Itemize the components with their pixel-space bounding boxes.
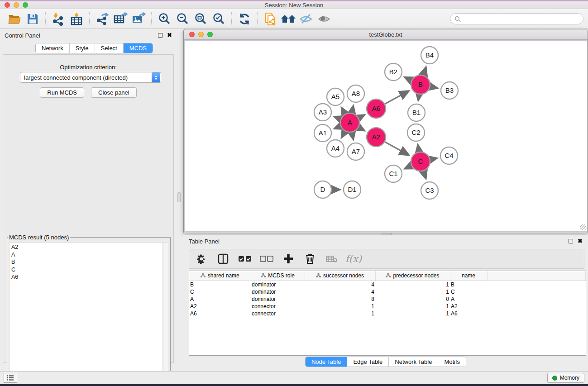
graph-node-A2[interactable]: A2 [367, 128, 386, 147]
graph-node-A[interactable]: A [340, 113, 359, 132]
export-table-icon[interactable] [111, 11, 129, 27]
graph-node-B[interactable]: B [411, 75, 430, 94]
graph-node-A3[interactable]: A3 [314, 104, 331, 121]
add-column-icon[interactable] [281, 251, 296, 267]
tab-network-table[interactable]: Network Table [389, 357, 438, 367]
graph-edge-A-A3[interactable] [335, 117, 340, 119]
tab-network[interactable]: Network [36, 43, 70, 53]
import-network-icon[interactable] [49, 11, 67, 27]
graph-node-D1[interactable]: D1 [344, 181, 361, 198]
graph-node-C4[interactable]: C4 [440, 147, 458, 164]
zoom-in-icon[interactable] [155, 11, 173, 27]
list-item[interactable]: B [11, 258, 161, 266]
tab-edge-table[interactable]: Edge Table [347, 357, 389, 367]
graph-node-A1[interactable]: A1 [314, 124, 331, 142]
close-table-panel-icon[interactable]: ✖ [578, 239, 583, 243]
export-image-icon[interactable] [129, 11, 148, 27]
column-header-shared-name[interactable]: shared name [189, 271, 251, 281]
close-panel-button[interactable]: Close panel [91, 87, 137, 98]
table-row[interactable]: A2connector11A2 [189, 303, 586, 310]
graph-node-A6[interactable]: A6 [367, 99, 386, 118]
table-row[interactable]: A6connector11A6 [189, 310, 586, 317]
graph-edge-C-C4[interactable] [430, 158, 437, 160]
list-item[interactable]: A6 [11, 273, 161, 281]
graph-edge-A-A5[interactable] [342, 108, 345, 114]
column-header-predecessor-nodes[interactable]: predecessor nodes [375, 271, 450, 281]
column-header-mcds-role[interactable]: MCDS role [251, 271, 305, 281]
mcds-result-list[interactable]: A2 A B C A6 [9, 242, 163, 385]
column-header-name[interactable]: name [450, 271, 487, 281]
graph-node-D[interactable]: D [314, 181, 331, 198]
tab-node-table[interactable]: Node Table [306, 357, 348, 367]
clone-network-icon[interactable] [261, 11, 279, 27]
list-item[interactable]: A [11, 251, 161, 259]
node-table[interactable]: shared name MCDS role successor nodes pr… [189, 271, 586, 356]
graph-edge-A-A7[interactable] [352, 133, 353, 139]
graph-edge-C-C3[interactable] [424, 171, 426, 178]
tab-style[interactable]: Style [70, 43, 95, 53]
gear-icon[interactable] [194, 251, 209, 267]
graph-node-A4[interactable]: A4 [327, 140, 344, 157]
graph-node-A7[interactable]: A7 [347, 143, 364, 160]
zoom-selected-icon[interactable] [210, 11, 228, 27]
table-row[interactable]: Bdominator41B [189, 281, 586, 288]
tab-select[interactable]: Select [95, 43, 124, 53]
search-input[interactable] [461, 15, 583, 22]
task-history-button[interactable] [4, 373, 17, 383]
hide-graphics-details-icon[interactable] [297, 11, 316, 27]
show-graphics-details-icon[interactable] [316, 11, 334, 27]
home-layout-icon[interactable] [279, 11, 297, 27]
graph-edge-A-A6[interactable] [359, 115, 364, 118]
graph-edge-A-A1[interactable] [335, 126, 340, 129]
list-item[interactable]: C [11, 266, 161, 274]
tab-mcds[interactable]: MCDS [124, 43, 153, 53]
graph-edge-B-B2[interactable] [405, 77, 411, 81]
graph-node-B4[interactable]: B4 [421, 47, 438, 64]
network-canvas[interactable]: B4B2BB3B1A5A8A6A3AA1C2A2A4A7C4CC1C3DD1 [184, 40, 588, 232]
import-table-icon[interactable] [67, 11, 86, 27]
run-mcds-button[interactable]: Run MCDS [40, 87, 84, 98]
criterion-dropdown[interactable]: largest connected component (directed) ▲… [20, 72, 161, 83]
delete-table-icon[interactable] [324, 251, 339, 267]
close-panel-icon[interactable]: ✖ [167, 33, 172, 38]
float-panel-icon[interactable] [158, 33, 163, 38]
graph-node-C3[interactable]: C3 [421, 182, 438, 199]
search-box[interactable] [450, 13, 583, 24]
open-file-icon[interactable] [5, 11, 24, 27]
graph-edge-B-B1[interactable] [418, 95, 419, 100]
memory-button[interactable]: Memory [547, 373, 584, 383]
graph-node-B1[interactable]: B1 [408, 104, 425, 121]
graph-node-C2[interactable]: C2 [407, 124, 425, 141]
export-network-icon[interactable] [93, 11, 111, 27]
graph-node-A5[interactable]: A5 [327, 88, 344, 105]
vertical-splitter-grip[interactable] [177, 192, 181, 202]
graph-node-B3[interactable]: B3 [441, 82, 458, 99]
graph-edge-C-C2[interactable] [418, 145, 419, 152]
float-table-panel-icon[interactable] [569, 239, 573, 243]
graph-edge-A-A2[interactable] [359, 128, 364, 131]
scrollbar-track[interactable] [163, 242, 168, 385]
save-session-icon[interactable] [24, 11, 42, 27]
graph-node-A8[interactable]: A8 [347, 85, 364, 102]
graph-edge-B-B4[interactable] [423, 67, 425, 75]
list-item[interactable]: A2 [11, 243, 161, 251]
graph-node-B2[interactable]: B2 [385, 63, 402, 81]
table-row[interactable]: Cdominator41C [189, 288, 586, 295]
graph-node-C1[interactable]: C1 [385, 165, 402, 182]
zoom-fit-icon[interactable] [191, 11, 210, 27]
graph-edge-C-C1[interactable] [405, 166, 411, 168]
select-all-checkboxes-icon[interactable] [237, 251, 253, 267]
deselect-all-checkboxes-icon[interactable] [259, 251, 274, 267]
graph-edge-A6-B[interactable] [385, 91, 408, 104]
column-view-icon[interactable] [215, 251, 231, 267]
zoom-out-icon[interactable] [173, 11, 191, 27]
tab-motifs[interactable]: Motifs [438, 357, 466, 367]
function-builder-icon[interactable]: f(x) [346, 251, 361, 267]
table-row[interactable]: Adominator80A [189, 295, 586, 303]
delete-column-icon[interactable] [302, 251, 318, 267]
column-header-successor-nodes[interactable]: successor nodes [305, 271, 375, 281]
graph-edge-A-A8[interactable] [352, 106, 353, 113]
resize-grip-icon[interactable] [580, 224, 586, 230]
graph-node-C[interactable]: C [411, 152, 430, 171]
network-window-titlebar[interactable]: testGlobe.txt [184, 29, 588, 40]
